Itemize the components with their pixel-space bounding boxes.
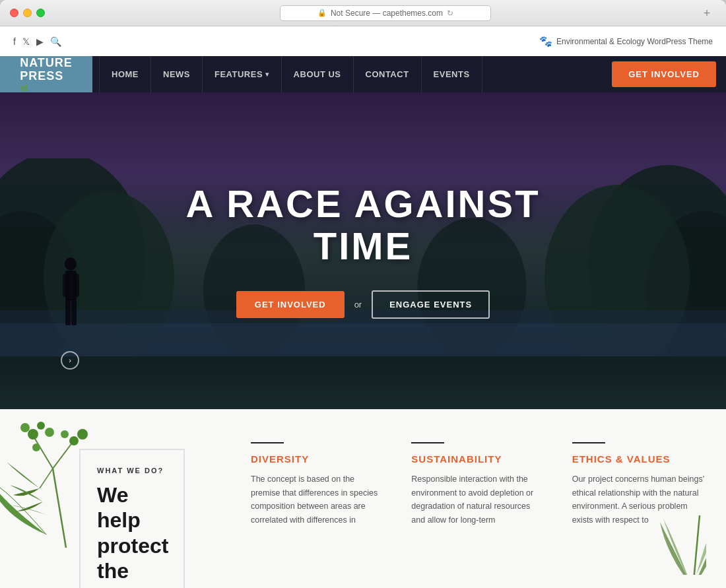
paw-icon: 🐾 <box>539 35 552 48</box>
minimize-button[interactable] <box>23 9 32 17</box>
site-tagline: 🐾 Environmental & Ecology WordPress Them… <box>539 35 713 48</box>
hero-section: A RACE AGAINST TIME GET INVOLVED or ENGA… <box>0 92 726 409</box>
hero-title: A RACE AGAINST TIME <box>185 183 540 267</box>
social-links: f 𝕏 ▶ 🔍 <box>13 36 61 47</box>
sustainability-column: SUSTAINABILITY Responsible interaction w… <box>411 442 545 575</box>
content-section: WHAT WE DO? We help protect the world's … <box>0 409 726 588</box>
ethics-column: ETHICS & VALUES Our project concerns hum… <box>572 442 706 575</box>
feature-card-inner: WHAT WE DO? We help protect the world's … <box>79 449 185 588</box>
address-bar-container: 🔒 Not Secure — capethemes.com ↻ <box>55 5 716 21</box>
site-logo[interactable]: NATURE PRESS 🌿 <box>0 56 92 92</box>
column-divider <box>411 442 444 443</box>
website-content: f 𝕏 ▶ 🔍 🐾 Environmental & Ecology WordPr… <box>0 26 726 588</box>
column-divider <box>572 442 605 443</box>
nav-about-us[interactable]: ABOUT US <box>282 56 354 92</box>
hero-or-text: or <box>354 300 362 310</box>
column-divider <box>251 442 284 443</box>
ethics-title: ETHICS & VALUES <box>572 453 706 465</box>
hero-get-involved-button[interactable]: GET INVOLVED <box>236 291 345 318</box>
nav-events[interactable]: EVENTS <box>422 56 482 92</box>
nav-home[interactable]: HOME <box>99 56 151 92</box>
topbar: f 𝕏 ▶ 🔍 🐾 Environmental & Ecology WordPr… <box>0 26 726 56</box>
twitter-icon[interactable]: 𝕏 <box>22 36 30 47</box>
main-navigation: NATURE PRESS 🌿 HOME NEWS FEATURES ▾ ABOU… <box>0 56 726 92</box>
search-icon[interactable]: 🔍 <box>50 36 61 47</box>
reload-icon[interactable]: ↻ <box>447 9 453 18</box>
browser-window: 🔒 Not Secure — capethemes.com ↻ + f 𝕏 ▶ … <box>0 0 726 588</box>
address-field[interactable]: 🔒 Not Secure — capethemes.com ↻ <box>280 5 491 21</box>
hero-content: A RACE AGAINST TIME GET INVOLVED or ENGA… <box>0 92 726 409</box>
sustainability-text: Responsible interaction with the environ… <box>411 473 545 527</box>
svg-line-28 <box>693 515 700 575</box>
new-tab-button[interactable]: + <box>698 4 716 22</box>
facebook-icon[interactable]: f <box>13 36 16 47</box>
chevron-down-icon: ▾ <box>265 71 269 78</box>
what-we-do-label: WHAT WE DO? <box>97 467 167 474</box>
feature-card: WHAT WE DO? We help protect the world's … <box>0 409 211 588</box>
nav-news[interactable]: NEWS <box>151 56 203 92</box>
hero-cta-group: GET INVOLVED or ENGAGE EVENTS <box>236 290 490 319</box>
slider-nav-button[interactable]: › <box>61 351 79 370</box>
nav-contact[interactable]: CONTACT <box>354 56 422 92</box>
feature-heading: We help protect the world's tropical for… <box>97 482 167 588</box>
diversity-text: The concept is based on the premise that… <box>251 473 385 527</box>
chevron-right-icon: › <box>69 356 71 364</box>
maximize-button[interactable] <box>36 9 45 17</box>
browser-traffic-lights <box>10 9 45 17</box>
logo-leaf-icon: 🌿 <box>20 84 73 92</box>
hero-engage-events-button[interactable]: ENGAGE EVENTS <box>372 290 490 319</box>
tagline-text: Environmental & Ecology WordPress Theme <box>556 37 713 46</box>
get-involved-nav-button[interactable]: GET INVOLVED <box>612 61 716 87</box>
lock-icon: 🔒 <box>317 9 327 17</box>
logo-text: NATURE PRESS <box>20 57 73 83</box>
content-columns: DIVERSITY The concept is based on the pr… <box>211 409 726 588</box>
diversity-column: DIVERSITY The concept is based on the pr… <box>251 442 385 575</box>
nav-menu: HOME NEWS FEATURES ▾ ABOUT US CONTACT EV… <box>92 56 602 92</box>
diversity-title: DIVERSITY <box>251 453 385 465</box>
browser-titlebar: 🔒 Not Secure — capethemes.com ↻ + <box>0 0 726 26</box>
sustainability-title: SUSTAINABILITY <box>411 453 545 465</box>
youtube-icon[interactable]: ▶ <box>36 36 44 47</box>
address-text: Not Secure — capethemes.com <box>331 9 443 18</box>
fern-right-decoration <box>627 482 706 575</box>
close-button[interactable] <box>10 9 18 17</box>
nav-features[interactable]: FEATURES ▾ <box>203 56 282 92</box>
